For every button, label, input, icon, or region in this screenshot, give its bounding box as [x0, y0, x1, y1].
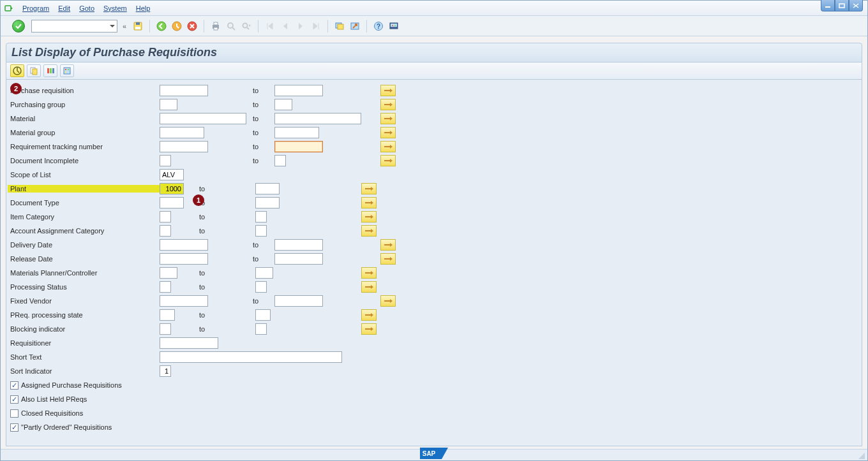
execute-button[interactable] — [10, 64, 24, 77]
label-blocking-indicator: Blocking indicator — [8, 325, 160, 333]
new-session-icon[interactable] — [333, 20, 346, 33]
row-mrp-controller: Materials Planner/Controller to — [8, 266, 860, 280]
command-field[interactable] — [31, 20, 117, 33]
back-icon[interactable] — [155, 20, 168, 33]
checkbox-closed-req[interactable] — [10, 409, 19, 418]
create-shortcut-icon[interactable] — [348, 20, 361, 33]
input-material-group-from[interactable] — [160, 127, 204, 138]
minimize-button[interactable] — [821, 0, 835, 11]
input-requisitioner[interactable] — [160, 337, 218, 349]
page-title: List Display of Purchase Requisitions — [6, 43, 862, 62]
close-button[interactable] — [849, 0, 863, 11]
multiselect-purchase-requisition[interactable] — [380, 85, 396, 96]
selection-options-button[interactable] — [43, 64, 57, 77]
menu-help[interactable]: Help — [136, 4, 151, 12]
input-sort-indicator[interactable] — [160, 365, 171, 377]
multiselect-material-group[interactable] — [380, 127, 396, 138]
command-field-icon[interactable] — [4, 4, 13, 13]
multiselect-item-category[interactable] — [361, 211, 377, 223]
input-purchasing-group-to[interactable] — [274, 99, 292, 110]
svg-rect-0 — [5, 6, 11, 11]
input-req-track-no-to[interactable] — [274, 141, 323, 152]
dynamic-selections-button[interactable] — [60, 64, 74, 77]
input-item-category-to[interactable] — [255, 211, 267, 223]
input-preq-proc-state-to[interactable] — [255, 309, 271, 321]
menu-edit[interactable]: Edit — [58, 4, 70, 12]
input-mrp-controller-to[interactable] — [255, 267, 273, 279]
maximize-button[interactable] — [835, 0, 849, 11]
get-variant-button[interactable] — [27, 64, 41, 77]
multiselect-purchasing-group[interactable] — [380, 99, 396, 110]
input-document-type-from[interactable] — [160, 197, 184, 209]
row-short-text: Short Text — [8, 350, 860, 364]
input-item-category-from[interactable] — [160, 211, 171, 223]
multiselect-blocking-indicator[interactable] — [361, 323, 377, 335]
input-material-to[interactable] — [274, 113, 361, 124]
multiselect-processing-status[interactable] — [361, 281, 377, 293]
menu-goto[interactable]: Goto — [79, 4, 94, 12]
input-doc-incomplete-to[interactable] — [274, 155, 286, 166]
input-release-date-from[interactable] — [160, 253, 208, 265]
input-mrp-controller-from[interactable] — [160, 267, 177, 279]
input-scope-of-list[interactable] — [160, 169, 184, 180]
input-req-track-no-from[interactable] — [160, 141, 208, 152]
menu-program[interactable]: Program — [22, 4, 49, 12]
local-layout-icon[interactable] — [387, 20, 400, 33]
multiselect-plant[interactable] — [361, 183, 377, 194]
svg-rect-31 — [68, 69, 69, 70]
status-bar: SAP — [1, 449, 867, 460]
svg-rect-30 — [65, 69, 66, 70]
input-plant-to[interactable] — [255, 183, 280, 194]
sap-logo-icon: SAP — [420, 448, 448, 460]
input-short-text[interactable] — [160, 351, 342, 363]
help-icon[interactable]: ? — [372, 20, 385, 33]
input-document-type-to[interactable] — [255, 197, 280, 209]
input-material-group-to[interactable] — [274, 127, 319, 138]
input-material-from[interactable] — [160, 113, 246, 124]
multiselect-release-date[interactable] — [380, 253, 396, 265]
label-closed-req: Closed Requisitions — [21, 409, 83, 417]
input-preq-proc-state-from[interactable] — [160, 309, 175, 321]
multiselect-mrp-controller[interactable] — [361, 267, 377, 279]
input-delivery-date-from[interactable] — [160, 239, 208, 251]
input-processing-status-to[interactable] — [255, 281, 267, 293]
standard-toolbar: « ? — [1, 16, 867, 36]
input-release-date-to[interactable] — [274, 253, 323, 265]
input-fixed-vendor-from[interactable] — [160, 295, 208, 307]
menu-system[interactable]: System — [103, 4, 127, 12]
enter-icon[interactable] — [12, 20, 25, 33]
input-purchase-requisition-from[interactable] — [160, 85, 208, 96]
input-acct-assign-cat-from[interactable] — [160, 225, 171, 237]
multiselect-document-type[interactable] — [361, 197, 377, 209]
input-doc-incomplete-from[interactable] — [160, 155, 171, 166]
checkbox-partly-ordered[interactable] — [10, 423, 19, 432]
chevrons-left-icon[interactable]: « — [120, 22, 129, 30]
input-fixed-vendor-to[interactable] — [274, 295, 323, 307]
input-blocking-indicator-to[interactable] — [255, 323, 267, 335]
print-icon[interactable] — [209, 20, 222, 33]
input-purchasing-group-from[interactable] — [160, 99, 177, 110]
resize-handle-icon[interactable] — [858, 453, 865, 459]
next-page-icon — [294, 20, 307, 33]
multiselect-delivery-date[interactable] — [380, 239, 396, 251]
save-icon[interactable] — [131, 20, 144, 33]
multiselect-req-track-no[interactable] — [380, 141, 396, 152]
checkbox-assigned-pr[interactable] — [10, 381, 19, 390]
exit-icon[interactable] — [170, 20, 183, 33]
multiselect-acct-assign-cat[interactable] — [361, 225, 377, 237]
row-partly-ordered: "Partly Ordered" Requisitions — [8, 420, 860, 434]
multiselect-material[interactable] — [380, 113, 396, 124]
checkbox-also-list-held[interactable] — [10, 395, 19, 404]
input-acct-assign-cat-to[interactable] — [255, 225, 267, 237]
multiselect-preq-proc-state[interactable] — [361, 309, 377, 321]
input-plant-from[interactable] — [160, 183, 184, 194]
cancel-icon[interactable] — [186, 20, 198, 33]
input-blocking-indicator-from[interactable] — [160, 323, 171, 335]
row-scope-of-list: Scope of List — [8, 168, 860, 182]
multiselect-doc-incomplete[interactable] — [380, 155, 396, 166]
input-delivery-date-to[interactable] — [274, 239, 323, 251]
input-purchase-requisition-to[interactable] — [274, 85, 323, 96]
multiselect-fixed-vendor[interactable] — [380, 295, 396, 307]
input-processing-status-from[interactable] — [160, 281, 171, 293]
svg-rect-10 — [214, 22, 218, 25]
